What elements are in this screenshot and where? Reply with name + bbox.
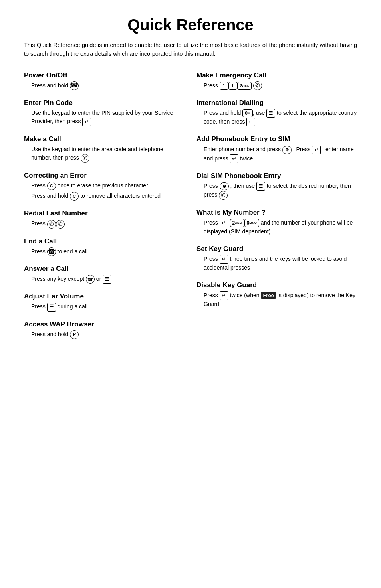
section-body-my-number: Press ↵ 2ABC6MNO and the number of your …: [196, 219, 357, 236]
section-power-on-off: Power On/Off Press and hold ☎: [24, 71, 185, 90]
section-emergency-call: Make Emergency Call Press 112ABC ✆: [196, 71, 357, 90]
section-redial: Redial Last Number Press ✆✆: [24, 209, 185, 228]
section-wap-browser: Access WAP Browser Press and hold P: [24, 320, 185, 339]
section-make-call: Make a Call Use the keypad to enter the …: [24, 135, 185, 163]
section-title-adjust-volume: Adjust Ear Volume: [24, 292, 185, 300]
section-body-wap-browser: Press and hold P: [24, 330, 185, 339]
section-enter-pin: Enter Pin Code Use the keypad to enter t…: [24, 99, 185, 126]
section-body-enter-pin: Use the keypad to enter the PIN supplied…: [24, 109, 185, 126]
section-body-answer-call: Press any key except ☎ or ☰: [24, 275, 185, 284]
section-body-redial: Press ✆✆: [24, 219, 185, 228]
section-body-end-call: Press ☎ to end a call: [24, 247, 185, 256]
section-body-adjust-volume: Press ☰ during a call: [24, 302, 185, 311]
intro-text: This Quick Reference guide is intended t…: [24, 41, 357, 59]
main-columns: Power On/Off Press and hold ☎ Enter Pin …: [24, 71, 357, 348]
section-title-set-key-guard: Set Key Guard: [196, 245, 357, 253]
section-adjust-volume: Adjust Ear Volume Press ☰ during a call: [24, 292, 185, 311]
section-my-number: What is My Number ? Press ↵ 2ABC6MNO and…: [196, 209, 357, 236]
section-dial-sim: Dial SIM Phonebook Entry Press ⊕ , then …: [196, 172, 357, 200]
section-title-disable-key-guard: Disable Key Guard: [196, 281, 357, 289]
section-body-emergency-call: Press 112ABC ✆: [196, 81, 357, 90]
section-body-make-call: Use the keypad to enter the area code an…: [24, 145, 185, 163]
section-body-correcting-error: Press C once to erase the previous chara…: [24, 182, 185, 201]
section-title-international-dialling: International Dialling: [196, 99, 357, 107]
section-end-call: End a Call Press ☎ to end a call: [24, 237, 185, 256]
section-answer-call: Answer a Call Press any key except ☎ or …: [24, 265, 185, 284]
section-title-wap-browser: Access WAP Browser: [24, 320, 185, 328]
section-title-redial: Redial Last Number: [24, 209, 185, 217]
section-title-dial-sim: Dial SIM Phonebook Entry: [196, 172, 357, 180]
section-correcting-error: Correcting an Error Press C once to eras…: [24, 172, 185, 201]
section-title-emergency-call: Make Emergency Call: [196, 71, 357, 79]
section-body-disable-key-guard: Press ↵ twice (when Free is displayed) t…: [196, 291, 357, 309]
section-disable-key-guard: Disable Key Guard Press ↵ twice (when Fr…: [196, 281, 357, 309]
section-body-add-phonebook: Enter phone number and press ⊕ . Press ↵…: [196, 145, 357, 163]
page-title: Quick Reference: [24, 16, 357, 34]
section-body-international-dialling: Press and hold 0+, use ☰ to select the a…: [196, 109, 357, 127]
section-title-enter-pin: Enter Pin Code: [24, 99, 185, 107]
section-title-power-on-off: Power On/Off: [24, 71, 185, 79]
section-title-add-phonebook: Add Phonebook Entry to SIM: [196, 135, 357, 143]
right-column: Make Emergency Call Press 112ABC ✆ Inter…: [196, 71, 357, 348]
section-title-answer-call: Answer a Call: [24, 265, 185, 273]
section-title-my-number: What is My Number ?: [196, 209, 357, 217]
section-title-correcting-error: Correcting an Error: [24, 172, 185, 180]
section-add-phonebook: Add Phonebook Entry to SIM Enter phone n…: [196, 135, 357, 163]
section-body-set-key-guard: Press ↵ three times and the keys will be…: [196, 255, 357, 272]
section-set-key-guard: Set Key Guard Press ↵ three times and th…: [196, 245, 357, 272]
left-column: Power On/Off Press and hold ☎ Enter Pin …: [24, 71, 185, 348]
section-body-dial-sim: Press ⊕ , then use ☰ to select the desir…: [196, 182, 357, 200]
section-title-end-call: End a Call: [24, 237, 185, 245]
section-body-power-on-off: Press and hold ☎: [24, 81, 185, 90]
section-international-dialling: International Dialling Press and hold 0+…: [196, 99, 357, 127]
section-title-make-call: Make a Call: [24, 135, 185, 143]
